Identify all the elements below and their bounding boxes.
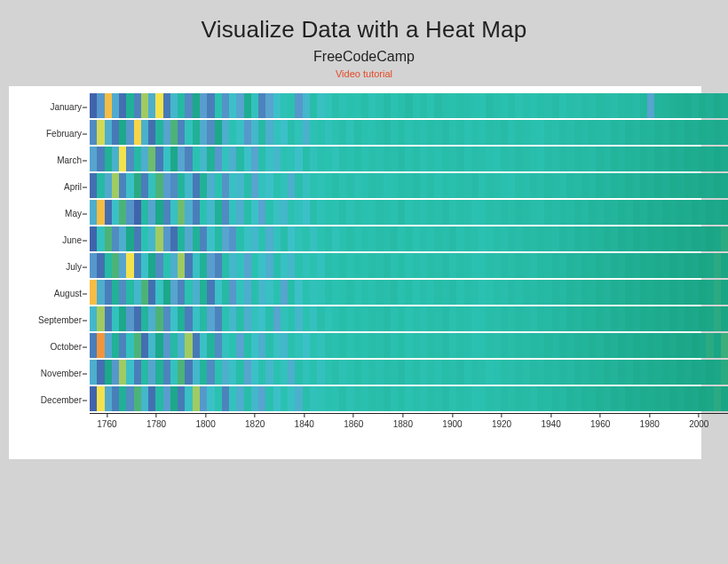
heatmap-cell[interactable] — [376, 333, 383, 358]
heatmap-cell[interactable] — [391, 226, 398, 251]
heatmap-cell[interactable] — [427, 173, 434, 198]
heatmap-cell[interactable] — [530, 360, 537, 385]
heatmap-cell[interactable] — [155, 120, 162, 145]
heatmap-cell[interactable] — [566, 280, 574, 305]
heatmap-cell[interactable] — [530, 93, 537, 118]
heatmap-cell[interactable] — [654, 120, 661, 145]
heatmap-cell[interactable] — [361, 147, 368, 171]
heatmap-cell[interactable] — [684, 173, 692, 198]
heatmap-cell[interactable] — [405, 360, 412, 385]
heatmap-cell[interactable] — [706, 120, 713, 145]
heatmap-cell[interactable] — [559, 147, 566, 171]
heatmap-cell[interactable] — [508, 226, 515, 251]
heatmap-cell[interactable] — [258, 93, 265, 118]
heatmap-cell[interactable] — [155, 333, 162, 358]
heatmap-cell[interactable] — [405, 306, 412, 331]
heatmap-cell[interactable] — [303, 93, 310, 118]
heatmap-cell[interactable] — [654, 226, 661, 251]
heatmap-cell[interactable] — [479, 360, 486, 385]
heatmap-cell[interactable] — [692, 360, 699, 385]
heatmap-cell[interactable] — [677, 200, 684, 225]
heatmap-cell[interactable] — [148, 200, 155, 225]
heatmap-cell[interactable] — [449, 173, 456, 198]
heatmap-cell[interactable] — [244, 226, 251, 251]
heatmap-cell[interactable] — [295, 306, 302, 331]
heatmap-cell[interactable] — [193, 226, 200, 251]
heatmap-cell[interactable] — [721, 280, 728, 305]
heatmap-cell[interactable] — [405, 386, 412, 411]
heatmap-cell[interactable] — [654, 200, 661, 225]
heatmap-cell[interactable] — [420, 386, 427, 411]
heatmap-cell[interactable] — [662, 386, 669, 411]
heatmap-cell[interactable] — [611, 360, 618, 385]
heatmap-cell[interactable] — [215, 120, 222, 145]
heatmap-cell[interactable] — [295, 360, 302, 385]
heatmap-cell[interactable] — [112, 333, 119, 358]
heatmap-cell[interactable] — [574, 360, 582, 385]
heatmap-cell[interactable] — [677, 253, 684, 278]
heatmap-cell[interactable] — [391, 120, 398, 145]
heatmap-cell[interactable] — [530, 120, 537, 145]
heatmap-cell[interactable] — [442, 306, 449, 331]
heatmap-cell[interactable] — [288, 333, 295, 358]
heatmap-cell[interactable] — [537, 173, 544, 198]
heatmap-cell[interactable] — [134, 226, 141, 251]
heatmap-cell[interactable] — [126, 386, 133, 411]
heatmap-cell[interactable] — [559, 280, 566, 305]
heatmap-cell[interactable] — [244, 280, 251, 305]
heatmap-cell[interactable] — [112, 386, 119, 411]
heatmap-cell[interactable] — [582, 280, 589, 305]
heatmap-cell[interactable] — [391, 306, 398, 331]
heatmap-cell[interactable] — [420, 147, 427, 171]
heatmap-cell[interactable] — [97, 173, 104, 198]
heatmap-cell[interactable] — [604, 120, 611, 145]
heatmap-cell[interactable] — [273, 173, 281, 198]
heatmap-cell[interactable] — [310, 226, 317, 251]
heatmap-cell[interactable] — [229, 200, 236, 225]
heatmap-cell[interactable] — [229, 333, 236, 358]
heatmap-cell[interactable] — [90, 120, 97, 145]
heatmap-cell[interactable] — [647, 147, 654, 171]
heatmap-cell[interactable] — [222, 120, 229, 145]
heatmap-cell[interactable] — [288, 120, 295, 145]
heatmap-cell[interactable] — [574, 226, 582, 251]
heatmap-cell[interactable] — [222, 386, 229, 411]
heatmap-cell[interactable] — [215, 360, 222, 385]
heatmap-cell[interactable] — [530, 173, 537, 198]
heatmap-cell[interactable] — [611, 226, 618, 251]
heatmap-cell[interactable] — [494, 93, 501, 118]
heatmap-cell[interactable] — [200, 333, 207, 358]
heatmap-cell[interactable] — [222, 226, 229, 251]
heatmap-cell[interactable] — [427, 93, 434, 118]
heatmap-cell[interactable] — [185, 280, 192, 305]
heatmap-cell[interactable] — [456, 226, 463, 251]
heatmap-cell[interactable] — [325, 253, 332, 278]
heatmap-cell[interactable] — [501, 253, 508, 278]
heatmap-cell[interactable] — [398, 360, 405, 385]
heatmap-cell[interactable] — [471, 147, 479, 171]
heatmap-cell[interactable] — [486, 173, 493, 198]
heatmap-cell[interactable] — [148, 226, 155, 251]
heatmap-cell[interactable] — [170, 280, 178, 305]
heatmap-cell[interactable] — [618, 200, 625, 225]
heatmap-cell[interactable] — [273, 280, 281, 305]
heatmap-cell[interactable] — [508, 200, 515, 225]
heatmap-cell[interactable] — [391, 173, 398, 198]
heatmap-cell[interactable] — [654, 333, 661, 358]
heatmap-cell[interactable] — [544, 200, 551, 225]
heatmap-cell[interactable] — [141, 333, 148, 358]
heatmap-cell[interactable] — [442, 333, 449, 358]
heatmap-cell[interactable] — [501, 280, 508, 305]
heatmap-cell[interactable] — [442, 120, 449, 145]
heatmap-cell[interactable] — [207, 173, 214, 198]
heatmap-cell[interactable] — [523, 333, 530, 358]
heatmap-cell[interactable] — [222, 306, 229, 331]
heatmap-cell[interactable] — [251, 306, 258, 331]
heatmap-cell[interactable] — [471, 120, 479, 145]
heatmap-cell[interactable] — [141, 226, 148, 251]
heatmap-cell[interactable] — [589, 386, 596, 411]
heatmap-cell[interactable] — [523, 306, 530, 331]
heatmap-cell[interactable] — [126, 253, 133, 278]
heatmap-cell[interactable] — [155, 253, 162, 278]
heatmap-cell[interactable] — [633, 120, 640, 145]
